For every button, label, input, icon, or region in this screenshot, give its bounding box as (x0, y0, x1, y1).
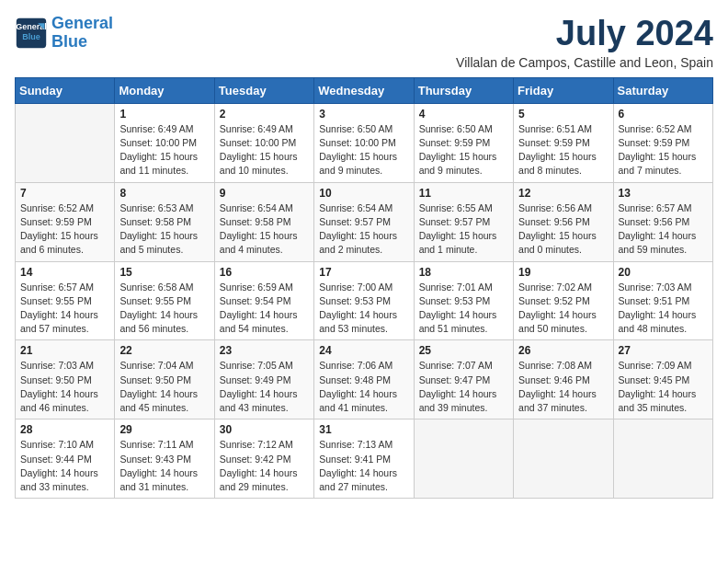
day-number: 29 (119, 423, 209, 436)
calendar-day-cell: 2Sunrise: 6:49 AMSunset: 10:00 PMDayligh… (214, 103, 313, 182)
day-number: 18 (419, 266, 508, 279)
calendar-week-row: 7Sunrise: 6:52 AMSunset: 9:59 PMDaylight… (16, 182, 713, 261)
day-number: 4 (419, 108, 508, 121)
calendar-day-cell: 17Sunrise: 7:00 AMSunset: 9:53 PMDayligh… (314, 261, 414, 340)
day-info: Sunrise: 6:51 AMSunset: 9:59 PMDaylight:… (518, 122, 608, 178)
month-title: July 2024 (456, 15, 713, 53)
day-info: Sunrise: 6:57 AMSunset: 9:55 PMDaylight:… (20, 281, 109, 337)
calendar-day-cell: 7Sunrise: 6:52 AMSunset: 9:59 PMDaylight… (16, 182, 115, 261)
logo-blue: Blue (51, 32, 87, 51)
calendar-day-cell: 20Sunrise: 7:03 AMSunset: 9:51 PMDayligh… (613, 261, 712, 340)
day-info: Sunrise: 6:50 AMSunset: 9:59 PMDaylight:… (419, 122, 508, 178)
svg-text:Blue: Blue (22, 32, 40, 41)
calendar-day-cell (613, 419, 712, 499)
day-info: Sunrise: 6:49 AMSunset: 10:00 PMDaylight… (119, 122, 209, 178)
calendar-day-cell: 15Sunrise: 6:58 AMSunset: 9:55 PMDayligh… (115, 261, 214, 340)
day-info: Sunrise: 7:08 AMSunset: 9:46 PMDaylight:… (518, 359, 608, 415)
day-number: 19 (518, 266, 608, 279)
day-number: 1 (119, 108, 209, 121)
weekday-header-cell: Wednesday (314, 77, 414, 103)
calendar-day-cell: 22Sunrise: 7:04 AMSunset: 9:50 PMDayligh… (115, 340, 214, 419)
calendar-day-cell: 3Sunrise: 6:50 AMSunset: 10:00 PMDayligh… (314, 103, 414, 182)
weekday-header-cell: Saturday (613, 77, 712, 103)
location-subtitle: Villalan de Campos, Castille and Leon, S… (456, 55, 713, 70)
day-info: Sunrise: 6:59 AMSunset: 9:54 PMDaylight:… (220, 281, 309, 337)
calendar-day-cell: 6Sunrise: 6:52 AMSunset: 9:59 PMDaylight… (613, 103, 712, 182)
calendar-day-cell: 29Sunrise: 7:11 AMSunset: 9:43 PMDayligh… (115, 419, 214, 499)
day-info: Sunrise: 7:04 AMSunset: 9:50 PMDaylight:… (119, 359, 209, 415)
day-number: 31 (319, 423, 408, 436)
calendar-day-cell: 28Sunrise: 7:10 AMSunset: 9:44 PMDayligh… (16, 419, 115, 499)
calendar-day-cell: 10Sunrise: 6:54 AMSunset: 9:57 PMDayligh… (314, 182, 414, 261)
day-info: Sunrise: 7:03 AMSunset: 9:51 PMDaylight:… (619, 281, 708, 337)
calendar-day-cell: 5Sunrise: 6:51 AMSunset: 9:59 PMDaylight… (514, 103, 613, 182)
calendar-day-cell: 4Sunrise: 6:50 AMSunset: 9:59 PMDaylight… (414, 103, 513, 182)
weekday-header-cell: Sunday (16, 77, 115, 103)
calendar-day-cell: 23Sunrise: 7:05 AMSunset: 9:49 PMDayligh… (214, 340, 313, 419)
calendar-day-cell (16, 103, 115, 182)
calendar-week-row: 21Sunrise: 7:03 AMSunset: 9:50 PMDayligh… (16, 340, 713, 419)
day-number: 13 (619, 187, 708, 200)
calendar-day-cell: 25Sunrise: 7:07 AMSunset: 9:47 PMDayligh… (414, 340, 513, 419)
day-number: 30 (220, 423, 309, 436)
calendar-day-cell: 26Sunrise: 7:08 AMSunset: 9:46 PMDayligh… (514, 340, 613, 419)
calendar-day-cell: 14Sunrise: 6:57 AMSunset: 9:55 PMDayligh… (16, 261, 115, 340)
calendar-day-cell: 31Sunrise: 7:13 AMSunset: 9:41 PMDayligh… (314, 419, 414, 499)
title-block: July 2024 Villalan de Campos, Castille a… (456, 15, 713, 70)
weekday-header-cell: Tuesday (214, 77, 313, 103)
calendar-body: 1Sunrise: 6:49 AMSunset: 10:00 PMDayligh… (16, 103, 713, 498)
day-number: 17 (319, 266, 408, 279)
day-number: 22 (119, 344, 209, 357)
day-info: Sunrise: 6:52 AMSunset: 9:59 PMDaylight:… (20, 201, 109, 258)
calendar-day-cell: 24Sunrise: 7:06 AMSunset: 9:48 PMDayligh… (314, 340, 414, 419)
day-info: Sunrise: 6:52 AMSunset: 9:59 PMDaylight:… (619, 122, 708, 178)
logo-general: General (51, 14, 113, 32)
calendar-day-cell: 13Sunrise: 6:57 AMSunset: 9:56 PMDayligh… (613, 182, 712, 261)
day-number: 11 (419, 187, 508, 200)
day-info: Sunrise: 6:54 AMSunset: 9:57 PMDaylight:… (319, 201, 408, 258)
day-number: 16 (220, 266, 309, 279)
day-number: 6 (619, 108, 708, 121)
day-info: Sunrise: 6:57 AMSunset: 9:56 PMDaylight:… (619, 201, 708, 258)
day-info: Sunrise: 6:53 AMSunset: 9:58 PMDaylight:… (119, 201, 209, 258)
day-info: Sunrise: 7:05 AMSunset: 9:49 PMDaylight:… (220, 359, 309, 415)
day-number: 28 (20, 423, 109, 436)
calendar-day-cell: 30Sunrise: 7:12 AMSunset: 9:42 PMDayligh… (214, 419, 313, 499)
calendar-day-cell: 11Sunrise: 6:55 AMSunset: 9:57 PMDayligh… (414, 182, 513, 261)
calendar-day-cell: 27Sunrise: 7:09 AMSunset: 9:45 PMDayligh… (613, 340, 712, 419)
day-number: 15 (119, 266, 209, 279)
day-info: Sunrise: 6:50 AMSunset: 10:00 PMDaylight… (319, 122, 408, 178)
weekday-header-cell: Thursday (414, 77, 513, 103)
calendar-week-row: 1Sunrise: 6:49 AMSunset: 10:00 PMDayligh… (16, 103, 713, 182)
day-number: 21 (20, 344, 109, 357)
day-info: Sunrise: 6:55 AMSunset: 9:57 PMDaylight:… (419, 201, 508, 258)
day-number: 9 (220, 187, 309, 200)
day-info: Sunrise: 6:49 AMSunset: 10:00 PMDaylight… (220, 122, 309, 178)
day-info: Sunrise: 7:11 AMSunset: 9:43 PMDaylight:… (119, 438, 209, 494)
day-info: Sunrise: 7:01 AMSunset: 9:53 PMDaylight:… (419, 281, 508, 337)
day-info: Sunrise: 7:12 AMSunset: 9:42 PMDaylight:… (220, 438, 309, 494)
calendar-day-cell: 9Sunrise: 6:54 AMSunset: 9:58 PMDaylight… (214, 182, 313, 261)
calendar-week-row: 28Sunrise: 7:10 AMSunset: 9:44 PMDayligh… (16, 419, 713, 499)
calendar-day-cell (514, 419, 613, 499)
day-info: Sunrise: 7:03 AMSunset: 9:50 PMDaylight:… (20, 359, 109, 415)
day-number: 12 (518, 187, 608, 200)
calendar-day-cell: 16Sunrise: 6:59 AMSunset: 9:54 PMDayligh… (214, 261, 313, 340)
calendar-table: SundayMondayTuesdayWednesdayThursdayFrid… (15, 77, 713, 499)
calendar-day-cell: 21Sunrise: 7:03 AMSunset: 9:50 PMDayligh… (16, 340, 115, 419)
day-info: Sunrise: 7:10 AMSunset: 9:44 PMDaylight:… (20, 438, 109, 494)
day-info: Sunrise: 7:09 AMSunset: 9:45 PMDaylight:… (619, 359, 708, 415)
day-number: 27 (619, 344, 708, 357)
calendar-week-row: 14Sunrise: 6:57 AMSunset: 9:55 PMDayligh… (16, 261, 713, 340)
calendar-day-cell (414, 419, 513, 499)
weekday-header-row: SundayMondayTuesdayWednesdayThursdayFrid… (16, 77, 713, 103)
day-number: 7 (20, 187, 109, 200)
day-number: 14 (20, 266, 109, 279)
day-info: Sunrise: 7:06 AMSunset: 9:48 PMDaylight:… (319, 359, 408, 415)
day-info: Sunrise: 6:58 AMSunset: 9:55 PMDaylight:… (119, 281, 209, 337)
day-info: Sunrise: 7:13 AMSunset: 9:41 PMDaylight:… (319, 438, 408, 494)
logo-text: General Blue (51, 15, 113, 52)
calendar-day-cell: 8Sunrise: 6:53 AMSunset: 9:58 PMDaylight… (115, 182, 214, 261)
day-info: Sunrise: 6:54 AMSunset: 9:58 PMDaylight:… (220, 201, 309, 258)
day-info: Sunrise: 7:07 AMSunset: 9:47 PMDaylight:… (419, 359, 508, 415)
